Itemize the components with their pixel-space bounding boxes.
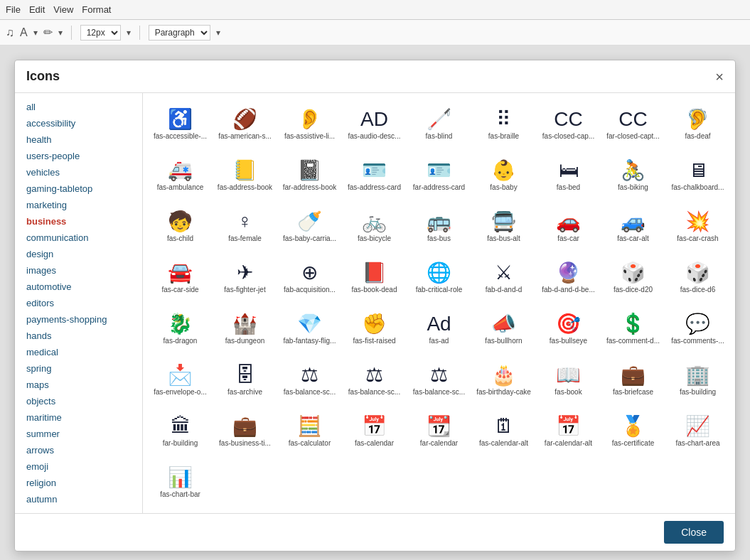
sidebar-item-all[interactable]: all bbox=[15, 99, 142, 115]
icon-cell[interactable]: ⚖fas-balance-sc... bbox=[343, 355, 406, 404]
icon-cell[interactable]: ⊕fab-acquisition... bbox=[278, 252, 341, 302]
icon-cell[interactable]: 🚲fas-bicycle bbox=[343, 201, 406, 251]
icon-cell[interactable]: 🧒fas-child bbox=[149, 201, 212, 251]
icon-cell[interactable]: 🏛far-building bbox=[149, 406, 212, 456]
icon-cell[interactable]: 🚌fas-bus bbox=[407, 201, 471, 251]
icon-cell[interactable]: 📖fas-book bbox=[537, 355, 600, 404]
icon-cell[interactable]: 🚙fas-car-alt bbox=[601, 201, 665, 251]
icon-label: fas-fist-raised bbox=[353, 337, 395, 345]
icon-cell[interactable]: 🎯fas-bullseye bbox=[537, 303, 600, 353]
sidebar-item-hands[interactable]: hands bbox=[15, 328, 142, 344]
sidebar-item-objects[interactable]: objects bbox=[15, 393, 142, 409]
icon-cell[interactable]: 🚗fas-car bbox=[537, 201, 600, 251]
icon-cell[interactable]: 💥fas-car-crash bbox=[666, 201, 729, 251]
icon-cell[interactable]: 🪪fas-address-card bbox=[343, 150, 406, 200]
icon-cell[interactable]: 📅far-calendar-alt bbox=[537, 406, 600, 456]
icon-cell[interactable]: 💬fas-comments-... bbox=[666, 303, 729, 353]
sidebar-item-maps[interactable]: maps bbox=[15, 377, 142, 393]
sidebar-item-gaming-tabletop[interactable]: gaming-tabletop bbox=[15, 181, 142, 197]
menu-view[interactable]: View bbox=[53, 4, 73, 15]
icon-cell[interactable]: 🏰fas-dungeon bbox=[213, 303, 277, 353]
icon-cell[interactable]: 🏢fas-building bbox=[666, 355, 729, 404]
icon-cell[interactable]: 🍼fas-baby-carria... bbox=[278, 201, 341, 251]
icon-cell[interactable]: 💼fas-briefcase bbox=[601, 355, 665, 404]
icon-cell[interactable]: 💼fas-business-ti... bbox=[213, 406, 277, 456]
menu-format[interactable]: Format bbox=[82, 4, 111, 15]
menu-file[interactable]: File bbox=[6, 4, 21, 15]
sidebar-item-design[interactable]: design bbox=[15, 246, 142, 262]
icon-cell[interactable]: 📈fas-chart-area bbox=[666, 406, 729, 456]
icon-cell[interactable]: ⚖fas-balance-sc... bbox=[278, 355, 341, 404]
icon-cell[interactable]: ⚔fab-d-and-d bbox=[472, 252, 535, 302]
sidebar-item-communication[interactable]: communication bbox=[15, 230, 142, 246]
sidebar-item-arrows[interactable]: arrows bbox=[15, 442, 142, 458]
sidebar-item-automotive[interactable]: automotive bbox=[15, 279, 142, 295]
icon-cell[interactable]: 🎲fas-dice-d6 bbox=[666, 252, 729, 302]
icon-cell[interactable]: 🖥fas-chalkboard... bbox=[666, 150, 729, 200]
pen-dropdown-icon: ▾ bbox=[58, 28, 63, 38]
icon-cell[interactable]: Adfas-ad bbox=[407, 303, 471, 353]
sidebar-item-religion[interactable]: religion bbox=[15, 475, 142, 491]
icon-cell[interactable]: 🗄fas-archive bbox=[213, 355, 277, 404]
sidebar-item-accessibility[interactable]: accessibility bbox=[15, 115, 142, 131]
icon-cell[interactable]: ⚖fas-balance-sc... bbox=[407, 355, 471, 404]
icon-cell[interactable]: 🏅fas-certificate bbox=[601, 406, 665, 456]
icon-cell[interactable]: 📓far-address-book bbox=[278, 150, 341, 200]
icon-symbol: 🎲 bbox=[685, 263, 710, 283]
sidebar-item-images[interactable]: images bbox=[15, 262, 142, 279]
sidebar-item-health[interactable]: health bbox=[15, 131, 142, 148]
dialog-close-button[interactable]: × bbox=[715, 70, 724, 84]
icon-cell[interactable]: ♀fas-female bbox=[213, 201, 277, 251]
sidebar-item-maritime[interactable]: maritime bbox=[15, 409, 142, 426]
sidebar-item-emoji[interactable]: emoji bbox=[15, 458, 142, 475]
sidebar-item-summer[interactable]: summer bbox=[15, 426, 142, 442]
icon-cell[interactable]: 🔮fab-d-and-d-be... bbox=[537, 252, 600, 302]
font-size-select[interactable]: 12px 14px 16px bbox=[80, 25, 121, 41]
icon-cell[interactable]: ✊fas-fist-raised bbox=[343, 303, 406, 353]
icon-cell[interactable]: 🚍fas-bus-alt bbox=[472, 201, 535, 251]
icon-cell[interactable]: 💎fab-fantasy-flig... bbox=[278, 303, 341, 353]
icon-cell[interactable]: 🚑fas-ambulance bbox=[149, 150, 212, 200]
icon-cell[interactable]: CCfar-closed-capt... bbox=[601, 99, 665, 149]
icon-cell[interactable]: 📅fas-calendar bbox=[343, 406, 406, 456]
icon-cell[interactable]: 📩fas-envelope-o... bbox=[149, 355, 212, 404]
menu-edit[interactable]: Edit bbox=[29, 4, 45, 15]
sidebar-item-marketing[interactable]: marketing bbox=[15, 197, 142, 213]
sidebar-item-spring[interactable]: spring bbox=[15, 360, 142, 377]
icon-cell[interactable]: 🏈fas-american-s... bbox=[213, 99, 277, 149]
icon-cell[interactable]: 🎲fas-dice-d20 bbox=[601, 252, 665, 302]
icon-cell[interactable]: 🌐fab-critical-role bbox=[407, 252, 471, 302]
sidebar-item-vehicles[interactable]: vehicles bbox=[15, 164, 142, 181]
icon-cell[interactable]: ✈fas-fighter-jet bbox=[213, 252, 277, 302]
icon-cell[interactable]: 🎂fas-birthday-cake bbox=[472, 355, 535, 404]
icon-cell[interactable]: ♿fas-accessible-... bbox=[149, 99, 212, 149]
icon-cell[interactable]: 🛏fas-bed bbox=[537, 150, 600, 200]
icon-cell[interactable]: 📒fas-address-book bbox=[213, 150, 277, 200]
icon-cell[interactable]: 🗓fas-calendar-alt bbox=[472, 406, 535, 456]
icon-cell[interactable]: 📣fas-bullhorn bbox=[472, 303, 535, 353]
icon-cell[interactable]: 🚘fas-car-side bbox=[149, 252, 212, 302]
sidebar-item-autumn[interactable]: autumn bbox=[15, 491, 142, 507]
icon-cell[interactable]: 🐉fas-dragon bbox=[149, 303, 212, 353]
icon-cell[interactable]: 🪪far-address-card bbox=[407, 150, 471, 200]
icon-cell[interactable]: 👂fas-assistive-li... bbox=[278, 99, 341, 149]
icon-cell[interactable]: ⠿fas-braille bbox=[472, 99, 535, 149]
paragraph-select[interactable]: Paragraph Heading 1 Heading 2 bbox=[149, 25, 210, 41]
icon-cell[interactable]: 📕fas-book-dead bbox=[343, 252, 406, 302]
icon-cell[interactable]: CCfas-closed-cap... bbox=[537, 99, 600, 149]
sidebar-item-editors[interactable]: editors bbox=[15, 295, 142, 311]
icon-cell[interactable]: 🧮fas-calculator bbox=[278, 406, 341, 456]
sidebar-item-payments-shopping[interactable]: payments-shopping bbox=[15, 311, 142, 328]
icon-cell[interactable]: 🚴fas-biking bbox=[601, 150, 665, 200]
icon-cell[interactable]: 💲fas-comment-d... bbox=[601, 303, 665, 353]
icon-cell[interactable]: 📆far-calendar bbox=[407, 406, 471, 456]
icon-cell[interactable]: 🦻fas-deaf bbox=[666, 99, 729, 149]
sidebar-item-users-people[interactable]: users-people bbox=[15, 148, 142, 164]
footer-close-button[interactable]: Close bbox=[664, 521, 724, 544]
icon-cell[interactable]: 🦯fas-blind bbox=[407, 99, 471, 149]
sidebar-item-medical[interactable]: medical bbox=[15, 344, 142, 360]
icon-cell[interactable]: 📊fas-chart-bar bbox=[149, 457, 212, 507]
icon-cell[interactable]: ADfas-audio-desc... bbox=[343, 99, 406, 149]
icon-cell[interactable]: 👶fas-baby bbox=[472, 150, 535, 200]
sidebar-item-business[interactable]: business bbox=[15, 213, 142, 230]
